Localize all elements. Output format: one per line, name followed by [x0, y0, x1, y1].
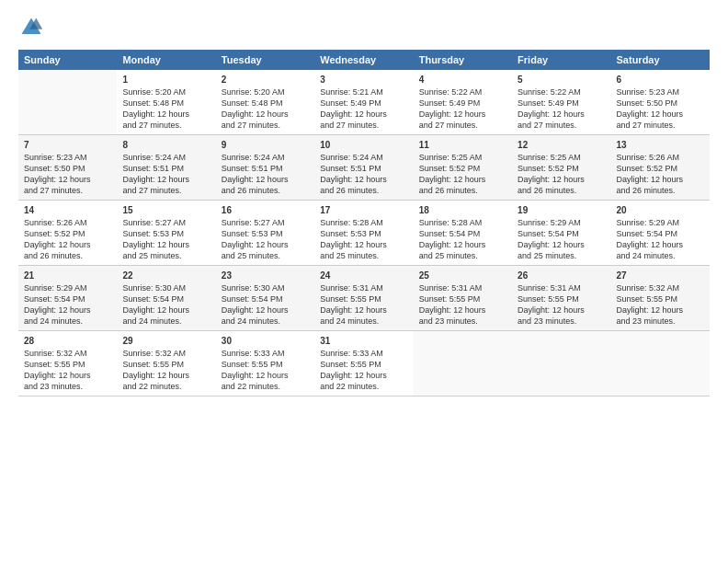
day-info: Sunrise: 5:29 AM Sunset: 5:54 PM Dayligh… — [518, 217, 605, 262]
day-number: 4 — [419, 74, 506, 86]
day-number: 17 — [320, 204, 407, 217]
week-row-0: 1Sunrise: 5:20 AM Sunset: 5:48 PM Daylig… — [18, 70, 710, 135]
day-number: 27 — [617, 270, 704, 282]
day-number: 1 — [122, 74, 210, 86]
day-info: Sunrise: 5:25 AM Sunset: 5:52 PM Dayligh… — [419, 152, 506, 197]
calendar-cell: 10Sunrise: 5:24 AM Sunset: 5:51 PM Dayli… — [314, 135, 413, 201]
day-number: 7 — [24, 139, 111, 152]
calendar-cell: 27Sunrise: 5:32 AM Sunset: 5:55 PM Dayli… — [611, 266, 710, 331]
day-info: Sunrise: 5:24 AM Sunset: 5:51 PM Dayligh… — [320, 152, 407, 197]
calendar-cell: 22Sunrise: 5:30 AM Sunset: 5:54 PM Dayli… — [117, 266, 215, 331]
calendar-cell: 28Sunrise: 5:32 AM Sunset: 5:55 PM Dayli… — [18, 331, 117, 396]
day-number: 31 — [320, 335, 407, 348]
day-number: 23 — [222, 270, 309, 282]
header — [18, 15, 710, 40]
calendar-cell: 4Sunrise: 5:22 AM Sunset: 5:49 PM Daylig… — [414, 70, 512, 135]
calendar-cell: 18Sunrise: 5:28 AM Sunset: 5:54 PM Dayli… — [414, 201, 512, 266]
day-info: Sunrise: 5:33 AM Sunset: 5:55 PM Dayligh… — [222, 348, 309, 393]
header-day-tuesday: Tuesday — [216, 50, 314, 70]
header-day-saturday: Saturday — [611, 50, 710, 70]
day-info: Sunrise: 5:31 AM Sunset: 5:55 PM Dayligh… — [320, 282, 407, 327]
day-number: 5 — [518, 74, 605, 86]
day-number: 14 — [24, 204, 111, 217]
day-info: Sunrise: 5:20 AM Sunset: 5:48 PM Dayligh… — [222, 86, 309, 132]
week-row-3: 21Sunrise: 5:29 AM Sunset: 5:54 PM Dayli… — [18, 266, 710, 331]
calendar-cell: 30Sunrise: 5:33 AM Sunset: 5:55 PM Dayli… — [216, 331, 314, 396]
day-number: 18 — [419, 204, 506, 217]
week-row-1: 7Sunrise: 5:23 AM Sunset: 5:50 PM Daylig… — [18, 135, 710, 201]
header-day-monday: Monday — [117, 50, 215, 70]
day-info: Sunrise: 5:28 AM Sunset: 5:53 PM Dayligh… — [320, 217, 407, 262]
day-info: Sunrise: 5:22 AM Sunset: 5:49 PM Dayligh… — [419, 86, 506, 132]
day-number: 10 — [320, 139, 407, 152]
calendar-cell: 31Sunrise: 5:33 AM Sunset: 5:55 PM Dayli… — [314, 331, 413, 396]
calendar-cell: 1Sunrise: 5:20 AM Sunset: 5:48 PM Daylig… — [117, 70, 215, 135]
day-number: 2 — [222, 74, 309, 86]
calendar-cell: 29Sunrise: 5:32 AM Sunset: 5:55 PM Dayli… — [117, 331, 215, 396]
header-day-thursday: Thursday — [414, 50, 512, 70]
calendar-cell: 7Sunrise: 5:23 AM Sunset: 5:50 PM Daylig… — [18, 135, 117, 201]
day-info: Sunrise: 5:29 AM Sunset: 5:54 PM Dayligh… — [24, 282, 111, 327]
day-info: Sunrise: 5:31 AM Sunset: 5:55 PM Dayligh… — [419, 282, 506, 327]
calendar-cell: 2Sunrise: 5:20 AM Sunset: 5:48 PM Daylig… — [216, 70, 314, 135]
calendar-cell: 16Sunrise: 5:27 AM Sunset: 5:53 PM Dayli… — [216, 201, 314, 266]
calendar-cell: 24Sunrise: 5:31 AM Sunset: 5:55 PM Dayli… — [314, 266, 413, 331]
week-row-4: 28Sunrise: 5:32 AM Sunset: 5:55 PM Dayli… — [18, 331, 710, 396]
day-number: 12 — [518, 139, 605, 152]
day-info: Sunrise: 5:32 AM Sunset: 5:55 PM Dayligh… — [24, 348, 111, 393]
day-number: 29 — [122, 335, 210, 348]
day-number: 24 — [320, 270, 407, 282]
day-number: 22 — [122, 270, 210, 282]
calendar-cell: 19Sunrise: 5:29 AM Sunset: 5:54 PM Dayli… — [512, 201, 610, 266]
day-info: Sunrise: 5:26 AM Sunset: 5:52 PM Dayligh… — [617, 152, 704, 197]
day-info: Sunrise: 5:33 AM Sunset: 5:55 PM Dayligh… — [320, 348, 407, 393]
day-number: 25 — [419, 270, 506, 282]
calendar-cell — [414, 331, 512, 396]
calendar-cell: 21Sunrise: 5:29 AM Sunset: 5:54 PM Dayli… — [18, 266, 117, 331]
day-info: Sunrise: 5:22 AM Sunset: 5:49 PM Dayligh… — [518, 86, 605, 132]
day-info: Sunrise: 5:26 AM Sunset: 5:52 PM Dayligh… — [24, 217, 111, 262]
day-number: 30 — [222, 335, 309, 348]
calendar-cell: 17Sunrise: 5:28 AM Sunset: 5:53 PM Dayli… — [314, 201, 413, 266]
calendar-cell: 15Sunrise: 5:27 AM Sunset: 5:53 PM Dayli… — [117, 201, 215, 266]
day-info: Sunrise: 5:31 AM Sunset: 5:55 PM Dayligh… — [518, 282, 605, 327]
calendar-cell: 8Sunrise: 5:24 AM Sunset: 5:51 PM Daylig… — [117, 135, 215, 201]
day-number: 15 — [122, 204, 210, 217]
header-day-friday: Friday — [512, 50, 610, 70]
calendar-table: SundayMondayTuesdayWednesdayThursdayFrid… — [18, 50, 710, 396]
calendar-cell: 12Sunrise: 5:25 AM Sunset: 5:52 PM Dayli… — [512, 135, 610, 201]
day-number: 3 — [320, 74, 407, 86]
header-day-wednesday: Wednesday — [314, 50, 413, 70]
calendar-cell: 9Sunrise: 5:24 AM Sunset: 5:51 PM Daylig… — [216, 135, 314, 201]
day-number: 13 — [617, 139, 704, 152]
day-number: 28 — [24, 335, 111, 348]
day-info: Sunrise: 5:27 AM Sunset: 5:53 PM Dayligh… — [222, 217, 309, 262]
day-info: Sunrise: 5:21 AM Sunset: 5:49 PM Dayligh… — [320, 86, 407, 132]
calendar-cell: 26Sunrise: 5:31 AM Sunset: 5:55 PM Dayli… — [512, 266, 610, 331]
day-info: Sunrise: 5:23 AM Sunset: 5:50 PM Dayligh… — [24, 152, 111, 197]
calendar-cell: 25Sunrise: 5:31 AM Sunset: 5:55 PM Dayli… — [414, 266, 512, 331]
day-info: Sunrise: 5:30 AM Sunset: 5:54 PM Dayligh… — [222, 282, 309, 327]
day-info: Sunrise: 5:30 AM Sunset: 5:54 PM Dayligh… — [122, 282, 210, 327]
calendar-cell: 3Sunrise: 5:21 AM Sunset: 5:49 PM Daylig… — [314, 70, 413, 135]
calendar-cell: 6Sunrise: 5:23 AM Sunset: 5:50 PM Daylig… — [611, 70, 710, 135]
day-number: 9 — [222, 139, 309, 152]
calendar-cell: 5Sunrise: 5:22 AM Sunset: 5:49 PM Daylig… — [512, 70, 610, 135]
calendar-cell — [18, 70, 117, 135]
header-row: SundayMondayTuesdayWednesdayThursdayFrid… — [18, 50, 710, 70]
day-number: 20 — [617, 204, 704, 217]
day-number: 19 — [518, 204, 605, 217]
day-info: Sunrise: 5:27 AM Sunset: 5:53 PM Dayligh… — [122, 217, 210, 262]
page: SundayMondayTuesdayWednesdayThursdayFrid… — [0, 0, 728, 563]
header-day-sunday: Sunday — [18, 50, 117, 70]
day-info: Sunrise: 5:29 AM Sunset: 5:54 PM Dayligh… — [617, 217, 704, 262]
day-number: 6 — [617, 74, 704, 86]
calendar-cell — [611, 331, 710, 396]
calendar-cell: 20Sunrise: 5:29 AM Sunset: 5:54 PM Dayli… — [611, 201, 710, 266]
day-info: Sunrise: 5:25 AM Sunset: 5:52 PM Dayligh… — [518, 152, 605, 197]
day-info: Sunrise: 5:20 AM Sunset: 5:48 PM Dayligh… — [122, 86, 210, 132]
week-row-2: 14Sunrise: 5:26 AM Sunset: 5:52 PM Dayli… — [18, 201, 710, 266]
logo-icon — [18, 15, 44, 40]
day-info: Sunrise: 5:24 AM Sunset: 5:51 PM Dayligh… — [122, 152, 210, 197]
calendar-cell: 11Sunrise: 5:25 AM Sunset: 5:52 PM Dayli… — [414, 135, 512, 201]
